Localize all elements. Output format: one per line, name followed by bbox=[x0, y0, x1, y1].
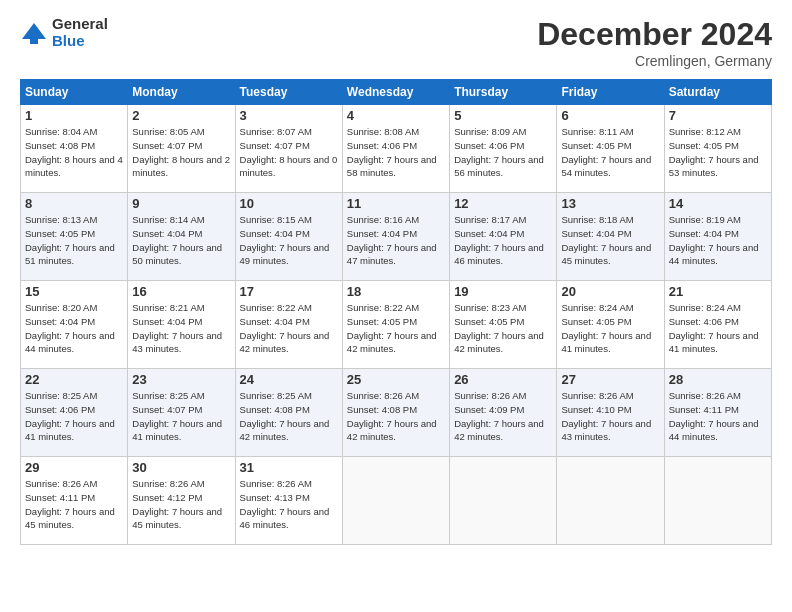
daylight: Daylight: 7 hours and 51 minutes. bbox=[25, 242, 115, 267]
calendar-cell: 25 Sunrise: 8:26 AM Sunset: 4:08 PM Dayl… bbox=[342, 369, 449, 457]
sunrise: Sunrise: 8:17 AM bbox=[454, 214, 526, 225]
day-number: 10 bbox=[240, 196, 338, 211]
calendar-cell: 16 Sunrise: 8:21 AM Sunset: 4:04 PM Dayl… bbox=[128, 281, 235, 369]
calendar-cell: 5 Sunrise: 8:09 AM Sunset: 4:06 PM Dayli… bbox=[450, 105, 557, 193]
calendar: Sunday Monday Tuesday Wednesday Thursday… bbox=[20, 79, 772, 545]
calendar-cell: 26 Sunrise: 8:26 AM Sunset: 4:09 PM Dayl… bbox=[450, 369, 557, 457]
day-number: 25 bbox=[347, 372, 445, 387]
calendar-cell: 8 Sunrise: 8:13 AM Sunset: 4:05 PM Dayli… bbox=[21, 193, 128, 281]
calendar-cell: 27 Sunrise: 8:26 AM Sunset: 4:10 PM Dayl… bbox=[557, 369, 664, 457]
sunset: Sunset: 4:08 PM bbox=[25, 140, 95, 151]
calendar-cell bbox=[557, 457, 664, 545]
sunset: Sunset: 4:04 PM bbox=[454, 228, 524, 239]
sunset: Sunset: 4:04 PM bbox=[240, 228, 310, 239]
day-info: Sunrise: 8:13 AM Sunset: 4:05 PM Dayligh… bbox=[25, 213, 123, 268]
logo: General Blue bbox=[20, 16, 108, 49]
calendar-week-3: 15 Sunrise: 8:20 AM Sunset: 4:04 PM Dayl… bbox=[21, 281, 772, 369]
calendar-cell: 3 Sunrise: 8:07 AM Sunset: 4:07 PM Dayli… bbox=[235, 105, 342, 193]
day-number: 12 bbox=[454, 196, 552, 211]
day-number: 20 bbox=[561, 284, 659, 299]
calendar-week-5: 29 Sunrise: 8:26 AM Sunset: 4:11 PM Dayl… bbox=[21, 457, 772, 545]
sunrise: Sunrise: 8:26 AM bbox=[132, 478, 204, 489]
calendar-cell: 18 Sunrise: 8:22 AM Sunset: 4:05 PM Dayl… bbox=[342, 281, 449, 369]
calendar-cell: 24 Sunrise: 8:25 AM Sunset: 4:08 PM Dayl… bbox=[235, 369, 342, 457]
daylight: Daylight: 7 hours and 50 minutes. bbox=[132, 242, 222, 267]
day-info: Sunrise: 8:16 AM Sunset: 4:04 PM Dayligh… bbox=[347, 213, 445, 268]
sunset: Sunset: 4:06 PM bbox=[347, 140, 417, 151]
sunset: Sunset: 4:05 PM bbox=[561, 316, 631, 327]
sunrise: Sunrise: 8:22 AM bbox=[347, 302, 419, 313]
sunset: Sunset: 4:08 PM bbox=[347, 404, 417, 415]
daylight: Daylight: 7 hours and 58 minutes. bbox=[347, 154, 437, 179]
month-title: December 2024 bbox=[537, 16, 772, 53]
sunrise: Sunrise: 8:26 AM bbox=[561, 390, 633, 401]
sunrise: Sunrise: 8:24 AM bbox=[561, 302, 633, 313]
day-number: 9 bbox=[132, 196, 230, 211]
day-number: 7 bbox=[669, 108, 767, 123]
logo-blue: Blue bbox=[52, 33, 108, 50]
daylight: Daylight: 7 hours and 45 minutes. bbox=[561, 242, 651, 267]
day-info: Sunrise: 8:11 AM Sunset: 4:05 PM Dayligh… bbox=[561, 125, 659, 180]
day-number: 6 bbox=[561, 108, 659, 123]
calendar-cell: 21 Sunrise: 8:24 AM Sunset: 4:06 PM Dayl… bbox=[664, 281, 771, 369]
calendar-cell: 13 Sunrise: 8:18 AM Sunset: 4:04 PM Dayl… bbox=[557, 193, 664, 281]
col-thursday: Thursday bbox=[450, 80, 557, 105]
sunset: Sunset: 4:04 PM bbox=[25, 316, 95, 327]
sunrise: Sunrise: 8:21 AM bbox=[132, 302, 204, 313]
daylight: Daylight: 7 hours and 54 minutes. bbox=[561, 154, 651, 179]
sunrise: Sunrise: 8:25 AM bbox=[240, 390, 312, 401]
day-info: Sunrise: 8:24 AM Sunset: 4:05 PM Dayligh… bbox=[561, 301, 659, 356]
calendar-cell bbox=[342, 457, 449, 545]
day-number: 27 bbox=[561, 372, 659, 387]
sunrise: Sunrise: 8:14 AM bbox=[132, 214, 204, 225]
sunset: Sunset: 4:06 PM bbox=[25, 404, 95, 415]
daylight: Daylight: 7 hours and 45 minutes. bbox=[132, 506, 222, 531]
daylight: Daylight: 7 hours and 41 minutes. bbox=[561, 330, 651, 355]
day-info: Sunrise: 8:09 AM Sunset: 4:06 PM Dayligh… bbox=[454, 125, 552, 180]
day-info: Sunrise: 8:26 AM Sunset: 4:13 PM Dayligh… bbox=[240, 477, 338, 532]
sunset: Sunset: 4:05 PM bbox=[454, 316, 524, 327]
calendar-cell: 20 Sunrise: 8:24 AM Sunset: 4:05 PM Dayl… bbox=[557, 281, 664, 369]
daylight: Daylight: 7 hours and 42 minutes. bbox=[454, 418, 544, 443]
daylight: Daylight: 8 hours and 0 minutes. bbox=[240, 154, 338, 179]
sunset: Sunset: 4:04 PM bbox=[132, 316, 202, 327]
sunset: Sunset: 4:13 PM bbox=[240, 492, 310, 503]
daylight: Daylight: 7 hours and 46 minutes. bbox=[240, 506, 330, 531]
day-info: Sunrise: 8:22 AM Sunset: 4:04 PM Dayligh… bbox=[240, 301, 338, 356]
calendar-week-1: 1 Sunrise: 8:04 AM Sunset: 4:08 PM Dayli… bbox=[21, 105, 772, 193]
col-tuesday: Tuesday bbox=[235, 80, 342, 105]
logo-icon bbox=[20, 19, 48, 47]
sunset: Sunset: 4:08 PM bbox=[240, 404, 310, 415]
sunrise: Sunrise: 8:08 AM bbox=[347, 126, 419, 137]
calendar-cell: 31 Sunrise: 8:26 AM Sunset: 4:13 PM Dayl… bbox=[235, 457, 342, 545]
day-info: Sunrise: 8:25 AM Sunset: 4:07 PM Dayligh… bbox=[132, 389, 230, 444]
sunset: Sunset: 4:05 PM bbox=[25, 228, 95, 239]
day-number: 28 bbox=[669, 372, 767, 387]
calendar-cell: 28 Sunrise: 8:26 AM Sunset: 4:11 PM Dayl… bbox=[664, 369, 771, 457]
day-number: 26 bbox=[454, 372, 552, 387]
calendar-cell: 11 Sunrise: 8:16 AM Sunset: 4:04 PM Dayl… bbox=[342, 193, 449, 281]
daylight: Daylight: 7 hours and 44 minutes. bbox=[669, 242, 759, 267]
col-friday: Friday bbox=[557, 80, 664, 105]
col-monday: Monday bbox=[128, 80, 235, 105]
day-info: Sunrise: 8:25 AM Sunset: 4:06 PM Dayligh… bbox=[25, 389, 123, 444]
daylight: Daylight: 7 hours and 41 minutes. bbox=[25, 418, 115, 443]
day-info: Sunrise: 8:07 AM Sunset: 4:07 PM Dayligh… bbox=[240, 125, 338, 180]
sunrise: Sunrise: 8:16 AM bbox=[347, 214, 419, 225]
day-number: 29 bbox=[25, 460, 123, 475]
daylight: Daylight: 7 hours and 41 minutes. bbox=[669, 330, 759, 355]
day-info: Sunrise: 8:05 AM Sunset: 4:07 PM Dayligh… bbox=[132, 125, 230, 180]
sunrise: Sunrise: 8:19 AM bbox=[669, 214, 741, 225]
calendar-cell: 4 Sunrise: 8:08 AM Sunset: 4:06 PM Dayli… bbox=[342, 105, 449, 193]
day-number: 30 bbox=[132, 460, 230, 475]
sunrise: Sunrise: 8:26 AM bbox=[347, 390, 419, 401]
sunrise: Sunrise: 8:20 AM bbox=[25, 302, 97, 313]
page: General Blue December 2024 Cremlingen, G… bbox=[0, 0, 792, 612]
daylight: Daylight: 7 hours and 43 minutes. bbox=[561, 418, 651, 443]
daylight: Daylight: 7 hours and 42 minutes. bbox=[347, 418, 437, 443]
calendar-cell: 9 Sunrise: 8:14 AM Sunset: 4:04 PM Dayli… bbox=[128, 193, 235, 281]
daylight: Daylight: 8 hours and 4 minutes. bbox=[25, 154, 123, 179]
sunrise: Sunrise: 8:26 AM bbox=[669, 390, 741, 401]
daylight: Daylight: 7 hours and 42 minutes. bbox=[347, 330, 437, 355]
sunrise: Sunrise: 8:24 AM bbox=[669, 302, 741, 313]
